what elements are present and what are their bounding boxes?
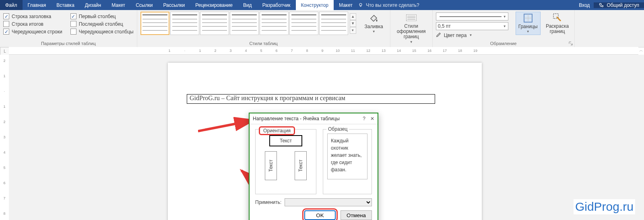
borders-icon bbox=[523, 13, 533, 23]
group-table-style-options: ✓Строка заголовка ✓Первый столбец Строка… bbox=[0, 10, 137, 47]
dialog-help-button[interactable]: ? bbox=[363, 116, 365, 121]
menu-bar: Файл Главная Вставка Дизайн Макет Ссылки… bbox=[0, 0, 644, 10]
chk-first-column[interactable]: ✓Первый столбец bbox=[70, 13, 134, 19]
ok-button[interactable]: OK bbox=[304, 210, 336, 220]
tab-references[interactable]: Ссылки bbox=[130, 0, 158, 10]
collapse-ribbon-icon[interactable]: ︿ bbox=[639, 47, 643, 53]
border-styles-label: Стили оформления границ bbox=[395, 24, 427, 40]
borders-button[interactable]: Границы ▼ bbox=[516, 12, 541, 35]
chk-banded-rows-label: Чередующиеся строки bbox=[12, 29, 62, 35]
border-style-icon bbox=[406, 12, 417, 23]
gallery-more[interactable]: ▾ bbox=[350, 27, 356, 34]
chk-banded-rows[interactable]: ✓Чередующиеся строки bbox=[3, 29, 62, 35]
group-label-styles: Стили таблиц bbox=[140, 40, 387, 47]
border-styles-gallery[interactable]: Стили оформления границ ▼ bbox=[394, 12, 429, 45]
ruler-corner[interactable]: L bbox=[0, 47, 10, 55]
orientation-vertical-up[interactable]: Текст bbox=[265, 151, 277, 180]
vertical-ruler[interactable]: 21·12345678 bbox=[0, 55, 9, 220]
chk-first-col-label: Первый столбец bbox=[79, 14, 116, 19]
chk-header-row-label: Строка заголовка bbox=[12, 14, 51, 19]
table-style-7[interactable] bbox=[319, 12, 348, 35]
share-button[interactable]: Общий доступ bbox=[594, 2, 644, 8]
chevron-down-icon: ▼ bbox=[410, 41, 413, 44]
pen-icon bbox=[436, 32, 442, 39]
chk-last-column[interactable]: Последний столбец bbox=[70, 21, 134, 27]
table-style-2[interactable] bbox=[170, 12, 199, 35]
lightbulb-icon bbox=[358, 2, 363, 8]
orientation-vertical-down[interactable]: Текст bbox=[295, 151, 307, 180]
tab-layout[interactable]: Макет bbox=[106, 0, 130, 10]
share-icon bbox=[599, 2, 604, 8]
tab-review[interactable]: Рецензирование bbox=[190, 0, 238, 10]
share-label: Общий доступ bbox=[607, 2, 639, 8]
chk-last-col-label: Последний столбец bbox=[79, 21, 123, 27]
chevron-down-icon: ▼ bbox=[526, 30, 530, 34]
chk-total-row-label: Строка итогов bbox=[12, 21, 43, 27]
tab-mailings[interactable]: Рассылки bbox=[158, 0, 190, 10]
group-borders: ▼ 0,5 пт▼ Цвет пера ▼ Границы ▼ Раскраск… bbox=[433, 10, 575, 47]
tab-home[interactable]: Главная bbox=[23, 0, 52, 10]
tell-me-search[interactable]: Что вы хотите сделать? bbox=[358, 0, 430, 10]
gallery-scroll: ▲ ▼ ▾ bbox=[350, 13, 356, 34]
orientation-h-label: Текст bbox=[280, 138, 292, 144]
tab-insert[interactable]: Вставка bbox=[51, 0, 80, 10]
table-cell[interactable]: GidProG.ru – Сайт инструкция к программа… bbox=[187, 94, 435, 104]
tab-table-layout[interactable]: Макет bbox=[334, 0, 358, 10]
sample-legend: Образец bbox=[326, 126, 349, 132]
border-line-style[interactable]: ▼ bbox=[436, 12, 508, 21]
tell-me-placeholder: Что вы хотите сделать? bbox=[366, 2, 419, 8]
sample-fieldset: Образец Каждый охотник желает знать, где… bbox=[323, 129, 372, 194]
svg-point-2 bbox=[602, 5, 604, 6]
chevron-down-icon: ▼ bbox=[372, 30, 376, 34]
sample-preview: Каждый охотник желает знать, где сидит ф… bbox=[327, 134, 367, 179]
cancel-button[interactable]: Отмена bbox=[341, 210, 372, 220]
chk-banded-columns[interactable]: Чередующиеся столбцы bbox=[70, 29, 134, 35]
gallery-scroll-up[interactable]: ▲ bbox=[350, 13, 356, 20]
chk-header-row[interactable]: ✓Строка заголовка bbox=[3, 13, 62, 19]
login-button[interactable]: Вход bbox=[575, 2, 594, 8]
group-table-styles: ▲ ▼ ▾ Заливка ▼ Стили таблиц bbox=[137, 10, 390, 47]
chk-banded-cols-label: Чередующиеся столбцы bbox=[79, 29, 134, 35]
dialog-title-text: Направление текста - Ячейка таблицы bbox=[253, 116, 340, 121]
table-cell-text: GidProG.ru – Сайт инструкция к программа… bbox=[187, 95, 345, 101]
shading-label: Заливка bbox=[365, 24, 383, 29]
table-style-5[interactable] bbox=[260, 12, 289, 35]
orientation-legend: Ориентация bbox=[259, 126, 295, 135]
dialog-close-button[interactable]: ✕ bbox=[370, 116, 374, 121]
apply-to-label: Применить: bbox=[255, 199, 281, 205]
paint-bucket-icon bbox=[369, 13, 379, 23]
tab-developer[interactable]: Разработчик bbox=[257, 0, 296, 10]
orientation-horizontal[interactable]: Текст bbox=[269, 135, 302, 146]
tab-table-design[interactable]: Конструктор bbox=[296, 0, 334, 10]
tab-file[interactable]: Файл bbox=[0, 0, 23, 10]
tab-design[interactable]: Дизайн bbox=[80, 0, 106, 10]
text-direction-dialog: Направление текста - Ячейка таблицы ? ✕ … bbox=[249, 113, 378, 220]
pen-color-label: Цвет пера bbox=[444, 33, 467, 38]
orientation-vup-label: Текст bbox=[268, 160, 274, 172]
group-border-styles: Стили оформления границ ▼ bbox=[390, 10, 433, 47]
table-styles-gallery[interactable]: ▲ ▼ ▾ bbox=[140, 12, 356, 35]
gallery-scroll-down[interactable]: ▼ bbox=[350, 20, 356, 27]
orientation-fieldset: Ориентация Текст Текст Текст bbox=[255, 129, 316, 194]
pen-color-button[interactable]: Цвет пера ▼ bbox=[436, 32, 508, 39]
shading-button[interactable]: Заливка ▼ bbox=[361, 12, 387, 35]
svg-point-0 bbox=[359, 3, 362, 6]
table-style-6[interactable] bbox=[289, 12, 318, 35]
border-line-width[interactable]: 0,5 пт▼ bbox=[436, 22, 508, 30]
horizontal-ruler[interactable]: 1·12345678910111213141516171819 bbox=[9, 47, 638, 55]
border-width-value: 0,5 пт bbox=[438, 23, 451, 29]
watermark-logo: GidProg.ru bbox=[574, 199, 635, 214]
border-painter-label: Раскраска границ bbox=[545, 24, 570, 34]
table-style-1[interactable] bbox=[140, 12, 169, 35]
group-label-borders: Обрамление bbox=[436, 40, 571, 47]
border-painter-button[interactable]: Раскраска границ bbox=[544, 12, 571, 35]
tab-view[interactable]: Вид bbox=[238, 0, 257, 10]
group-label-options: Параметры стилей таблиц bbox=[3, 40, 134, 47]
table-style-3[interactable] bbox=[200, 12, 229, 35]
table-style-4[interactable] bbox=[230, 12, 259, 35]
chk-total-row[interactable]: Строка итогов bbox=[3, 21, 62, 27]
border-painter-icon bbox=[552, 12, 563, 23]
borders-dialog-launcher[interactable] bbox=[568, 41, 574, 46]
apply-to-select[interactable] bbox=[285, 198, 372, 206]
dialog-titlebar[interactable]: Направление текста - Ячейка таблицы ? ✕ bbox=[250, 113, 378, 124]
